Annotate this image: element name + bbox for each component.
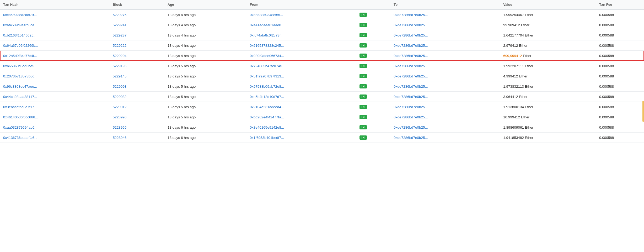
- to-address-link[interactable]: 0xde7286bd7e0b25...: [394, 85, 428, 88]
- block-number-link[interactable]: 5228955: [113, 125, 127, 129]
- txn-hash-link[interactable]: 0xb65860d6cd3be5...: [3, 64, 37, 68]
- table-row: 0xb2163f15146625...522923713 days 4 hrs …: [0, 30, 644, 40]
- txn-hash-link[interactable]: 0xb2163f15146625...: [3, 33, 36, 37]
- from-address-link[interactable]: 0xe5b4b12d10d7d7...: [250, 95, 284, 99]
- fee-cell: 0.000588: [596, 92, 644, 102]
- to-address-link[interactable]: 0xde7286bd7e0b25...: [394, 33, 428, 37]
- col-age: Age: [164, 0, 247, 9]
- col-block: Block: [110, 0, 164, 9]
- table-row: 0x3ebacafda3a7f17...522901213 days 5 hrs…: [0, 102, 644, 112]
- block-number-link[interactable]: 5229093: [113, 85, 127, 88]
- txn-hash-link[interactable]: 0xaa032879694ab6...: [3, 125, 37, 129]
- age-cell: 13 days 4 hrs ago: [164, 40, 247, 51]
- from-address-link[interactable]: 0x2104a231adeed4...: [250, 105, 284, 109]
- fee-cell: 0.000588: [596, 133, 644, 143]
- age-cell: 13 days 5 hrs ago: [164, 71, 247, 81]
- txn-hash-link[interactable]: 0x64a67c06f02269b...: [3, 44, 38, 48]
- table-row: 0xaf4539d9a4fb6ca...522924113 days 4 hrs…: [0, 20, 644, 30]
- fee-cell: 0.000588: [596, 9, 644, 20]
- block-number-link[interactable]: 5229222: [113, 44, 127, 48]
- to-address-link[interactable]: 0xde7286bd7e0b25...: [394, 95, 428, 99]
- txn-hash-link[interactable]: 0x44ca98aaa38117...: [3, 95, 37, 99]
- txn-hash-link[interactable]: 0x3ebacafda3a7f17...: [3, 105, 37, 109]
- from-address-link[interactable]: 0xfc74afa8c0f2c73f...: [250, 33, 283, 37]
- col-value: Value: [500, 0, 596, 9]
- txn-hash-link[interactable]: 0x4136736eaabffa6...: [3, 136, 37, 140]
- txn-hash-link[interactable]: 0x2073b718578b0d...: [3, 74, 37, 78]
- fee-cell: 0.000588: [596, 61, 644, 71]
- to-address-link[interactable]: 0xde7286bd7e0b25...: [394, 54, 428, 58]
- txn-hash-link[interactable]: 0x96c3808ec47aee...: [3, 85, 37, 88]
- col-to: To: [390, 0, 500, 9]
- txn-hash-link[interactable]: 0x12a5d9f84c77c4f...: [3, 54, 37, 58]
- direction-badge: IN: [359, 54, 367, 58]
- col-direction: [356, 0, 391, 9]
- block-number-link[interactable]: 5229204: [113, 54, 127, 58]
- from-address-link[interactable]: 0x97588b09ab72e8...: [250, 85, 284, 88]
- value-cell: 1.642177704 Ether: [500, 30, 596, 40]
- transactions-table: Txn Hash Block Age From To Value Txn Fee…: [0, 0, 644, 143]
- to-address-link[interactable]: 0xde7286bd7e0b25...: [394, 13, 428, 17]
- table-row: 0x46140b36f6cc666...522899613 days 5 hrs…: [0, 112, 644, 122]
- block-number-link[interactable]: 5229032: [113, 95, 127, 99]
- from-address-link[interactable]: 0xe41edaea01aae0...: [250, 23, 284, 27]
- block-number-link[interactable]: 5229012: [113, 105, 127, 109]
- table-row: 0x2073b718578b0d...522914513 days 5 hrs …: [0, 71, 644, 81]
- direction-badge: IN: [359, 105, 367, 109]
- to-address-link[interactable]: 0xde7286bd7e0b25...: [394, 105, 428, 109]
- block-number-link[interactable]: 5229145: [113, 74, 127, 78]
- table-row: 0xcb6c9f3ea2dcf79...522927613 days 4 hrs…: [0, 9, 644, 20]
- value-cell: 4.999412 Ether: [500, 71, 596, 81]
- txn-hash-link[interactable]: 0x46140b36f6cc666...: [3, 115, 38, 119]
- from-address-link[interactable]: 0xded38d0348ef65...: [250, 13, 283, 17]
- value-cell: 1.913800134 Ether: [500, 102, 596, 112]
- table-row: 0x64a67c06f02269b...522922213 days 4 hrs…: [0, 40, 644, 51]
- direction-cell: IN: [356, 9, 391, 20]
- age-cell: 13 days 5 hrs ago: [164, 102, 247, 112]
- to-address-link[interactable]: 0xde7286bd7e0b25...: [394, 125, 428, 129]
- value-cell: 1.973832113 Ether: [500, 81, 596, 92]
- direction-badge: IN: [359, 64, 367, 68]
- age-cell: 13 days 5 hrs ago: [164, 112, 247, 122]
- block-number-link[interactable]: 5228946: [113, 136, 127, 140]
- fee-cell: 0.000588: [596, 122, 644, 133]
- block-number-link[interactable]: 5229276: [113, 13, 127, 17]
- value-cell: 1.941853482 Ether: [500, 133, 596, 143]
- to-address-link[interactable]: 0xde7286bd7e0b25...: [394, 44, 428, 48]
- block-number-link[interactable]: 5229241: [113, 23, 127, 27]
- block-number-link[interactable]: 5228996: [113, 115, 127, 119]
- txn-hash-link[interactable]: 0xcb6c9f3ea2dcf79...: [3, 13, 37, 17]
- direction-cell: IN: [356, 122, 391, 133]
- from-address-link[interactable]: 0xbd262e4f42477fa...: [250, 115, 284, 119]
- value-cell: 1.999254467 Ether: [500, 9, 596, 20]
- block-number-link[interactable]: 5229196: [113, 64, 127, 68]
- to-address-link[interactable]: 0xde7286bd7e0b25...: [394, 115, 428, 119]
- age-cell: 13 days 4 hrs ago: [164, 51, 247, 61]
- from-address-link[interactable]: 0x980f9afee066734...: [250, 54, 284, 58]
- value-unit: Ether: [522, 54, 532, 58]
- from-address-link[interactable]: 0x1f6953b401bedf7...: [250, 136, 284, 140]
- direction-cell: IN: [356, 133, 391, 143]
- from-address-link[interactable]: 0x51fa9a07b97f313...: [250, 74, 284, 78]
- txn-hash-link[interactable]: 0xaf4539d9a4fb6ca...: [3, 23, 37, 27]
- direction-badge: IN: [359, 13, 367, 17]
- to-address-link[interactable]: 0xde7286bd7e0b25...: [394, 64, 428, 68]
- to-address-link[interactable]: 0xde7286bd7e0b25...: [394, 74, 428, 78]
- from-address-link[interactable]: 0x6165378328c245...: [250, 44, 284, 48]
- direction-cell: IN: [356, 61, 391, 71]
- to-address-link[interactable]: 0xde7286bd7e0b25...: [394, 23, 428, 27]
- direction-cell: IN: [356, 92, 391, 102]
- value-cell: 1.992207111 Ether: [500, 61, 596, 71]
- direction-cell: IN: [356, 102, 391, 112]
- block-number-link[interactable]: 5229237: [113, 33, 127, 37]
- age-cell: 13 days 4 hrs ago: [164, 9, 247, 20]
- to-address-link[interactable]: 0xde7286bd7e0b25...: [394, 136, 428, 140]
- from-address-link[interactable]: 0x794885b47fc074c...: [250, 64, 285, 68]
- scrollbar-indicator[interactable]: [642, 101, 644, 122]
- value-cell: 2.979412 Ether: [500, 40, 596, 51]
- value-cell: 1.898609061 Ether: [500, 122, 596, 133]
- from-address-link[interactable]: 0x8e46165e9142e8...: [250, 125, 284, 129]
- fee-cell: 0.000588: [596, 102, 644, 112]
- table-header-row: Txn Hash Block Age From To Value Txn Fee: [0, 0, 644, 9]
- value-cell: 3.964412 Ether: [500, 92, 596, 102]
